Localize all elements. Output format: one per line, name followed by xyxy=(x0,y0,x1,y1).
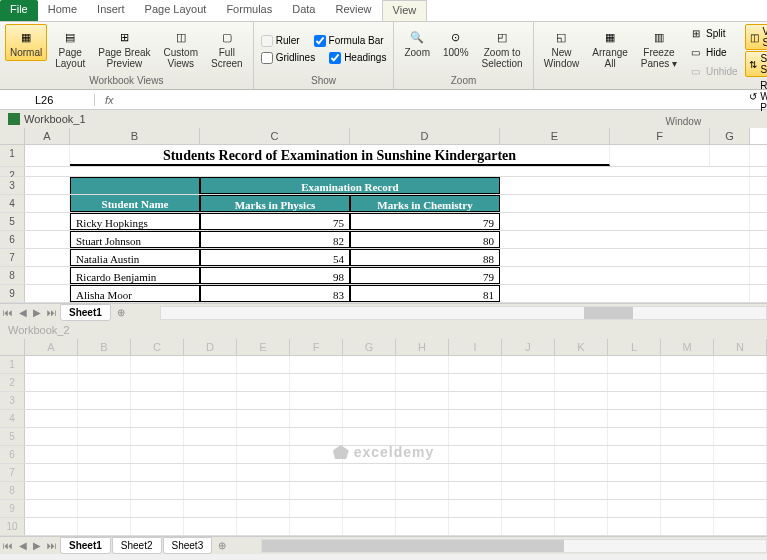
sheet-tab[interactable]: Sheet3 xyxy=(163,537,213,554)
tab-nav-prev[interactable]: ◀ xyxy=(16,307,30,318)
empty-cell[interactable] xyxy=(184,428,237,445)
empty-cell[interactable] xyxy=(502,464,555,481)
tab-nav-first[interactable]: ⏮ xyxy=(0,540,16,551)
full-screen-button[interactable]: ▢Full Screen xyxy=(206,24,248,72)
chemistry-cell[interactable]: 79 xyxy=(350,213,500,230)
empty-cell[interactable] xyxy=(78,464,131,481)
empty-cell[interactable] xyxy=(449,392,502,409)
empty-cell[interactable] xyxy=(78,410,131,427)
tab-review[interactable]: Review xyxy=(325,0,381,21)
reset-window-position-button[interactable]: ↺Reset Window Position xyxy=(745,78,767,115)
col-header[interactable]: F xyxy=(290,339,343,355)
empty-cell[interactable] xyxy=(237,518,290,535)
empty-cell[interactable] xyxy=(555,446,608,463)
empty-cell[interactable] xyxy=(184,446,237,463)
empty-cell[interactable] xyxy=(131,518,184,535)
empty-cell[interactable] xyxy=(555,518,608,535)
tab-formulas[interactable]: Formulas xyxy=(216,0,282,21)
empty-cell[interactable] xyxy=(184,410,237,427)
tab-nav-first[interactable]: ⏮ xyxy=(0,307,16,318)
empty-cell[interactable] xyxy=(343,410,396,427)
tab-data[interactable]: Data xyxy=(282,0,325,21)
empty-cell[interactable] xyxy=(131,410,184,427)
empty-cell[interactable] xyxy=(714,428,767,445)
student-name-cell[interactable]: Stuart Johnson xyxy=(70,231,200,248)
col-header[interactable]: E xyxy=(237,339,290,355)
empty-cell[interactable] xyxy=(555,464,608,481)
empty-cell[interactable] xyxy=(608,482,661,499)
empty-cell[interactable] xyxy=(608,356,661,373)
empty-cell[interactable] xyxy=(290,428,343,445)
empty-cell[interactable] xyxy=(343,374,396,391)
page-break-button[interactable]: ⊞Page Break Preview xyxy=(93,24,155,72)
empty-cell[interactable] xyxy=(661,500,714,517)
chemistry-cell[interactable]: 88 xyxy=(350,249,500,266)
empty-cell[interactable] xyxy=(131,428,184,445)
empty-cell[interactable] xyxy=(343,356,396,373)
new-sheet-icon[interactable]: ⊕ xyxy=(213,540,231,551)
empty-cell[interactable] xyxy=(714,410,767,427)
tab-page-layout[interactable]: Page Layout xyxy=(135,0,217,21)
empty-cell[interactable] xyxy=(131,464,184,481)
row-header[interactable]: 6 xyxy=(0,231,25,248)
empty-cell[interactable] xyxy=(608,446,661,463)
chemistry-cell[interactable]: 80 xyxy=(350,231,500,248)
empty-cell[interactable] xyxy=(502,446,555,463)
tab-home[interactable]: Home xyxy=(38,0,87,21)
empty-cell[interactable] xyxy=(449,482,502,499)
empty-cell[interactable] xyxy=(290,446,343,463)
empty-cell[interactable] xyxy=(290,410,343,427)
empty-cell[interactable] xyxy=(661,482,714,499)
empty-cell[interactable] xyxy=(608,374,661,391)
empty-cell[interactable] xyxy=(78,374,131,391)
empty-cell[interactable] xyxy=(661,428,714,445)
row-header[interactable]: 3 xyxy=(0,177,25,194)
empty-cell[interactable] xyxy=(661,446,714,463)
empty-cell[interactable] xyxy=(714,392,767,409)
row-header[interactable]: 1 xyxy=(0,145,25,166)
tab-insert[interactable]: Insert xyxy=(87,0,135,21)
empty-cell[interactable] xyxy=(343,392,396,409)
empty-cell[interactable] xyxy=(396,356,449,373)
empty-cell[interactable] xyxy=(608,392,661,409)
empty-cell[interactable] xyxy=(661,356,714,373)
empty-cell[interactable] xyxy=(396,410,449,427)
physics-cell[interactable]: 54 xyxy=(200,249,350,266)
col-header[interactable]: E xyxy=(500,128,610,144)
empty-cell[interactable] xyxy=(237,356,290,373)
empty-cell[interactable] xyxy=(608,464,661,481)
empty-cell[interactable] xyxy=(131,374,184,391)
empty-cell[interactable] xyxy=(184,464,237,481)
empty-cell[interactable] xyxy=(502,428,555,445)
page-layout-button[interactable]: ▤Page Layout xyxy=(50,24,90,72)
col-header[interactable]: D xyxy=(350,128,500,144)
sheet-tab[interactable]: Sheet2 xyxy=(112,537,162,554)
empty-cell[interactable] xyxy=(184,482,237,499)
tab-nav-next[interactable]: ▶ xyxy=(30,307,44,318)
empty-cell[interactable] xyxy=(555,374,608,391)
col-header[interactable]: G xyxy=(343,339,396,355)
new-window-button[interactable]: ◱New Window xyxy=(539,24,585,72)
empty-cell[interactable] xyxy=(555,500,608,517)
empty-cell[interactable] xyxy=(131,500,184,517)
empty-cell[interactable] xyxy=(502,518,555,535)
empty-cell[interactable] xyxy=(555,392,608,409)
empty-cell[interactable] xyxy=(78,428,131,445)
empty-cell[interactable] xyxy=(555,428,608,445)
empty-cell[interactable] xyxy=(237,374,290,391)
empty-cell[interactable] xyxy=(237,482,290,499)
row-header[interactable]: 4 xyxy=(0,195,25,212)
hide-button[interactable]: ▭Hide xyxy=(685,43,742,61)
row-header[interactable]: 8 xyxy=(0,482,25,499)
formula-bar-checkbox[interactable] xyxy=(314,35,326,47)
empty-cell[interactable] xyxy=(343,500,396,517)
empty-cell[interactable] xyxy=(502,356,555,373)
empty-cell[interactable] xyxy=(237,500,290,517)
empty-cell[interactable] xyxy=(396,446,449,463)
sheet-tab[interactable]: Sheet1 xyxy=(60,537,111,554)
student-name-cell[interactable]: Ricardo Benjamin xyxy=(70,267,200,284)
empty-cell[interactable] xyxy=(25,446,78,463)
col-header[interactable]: K xyxy=(555,339,608,355)
horizontal-scrollbar[interactable] xyxy=(160,306,767,320)
empty-cell[interactable] xyxy=(184,518,237,535)
